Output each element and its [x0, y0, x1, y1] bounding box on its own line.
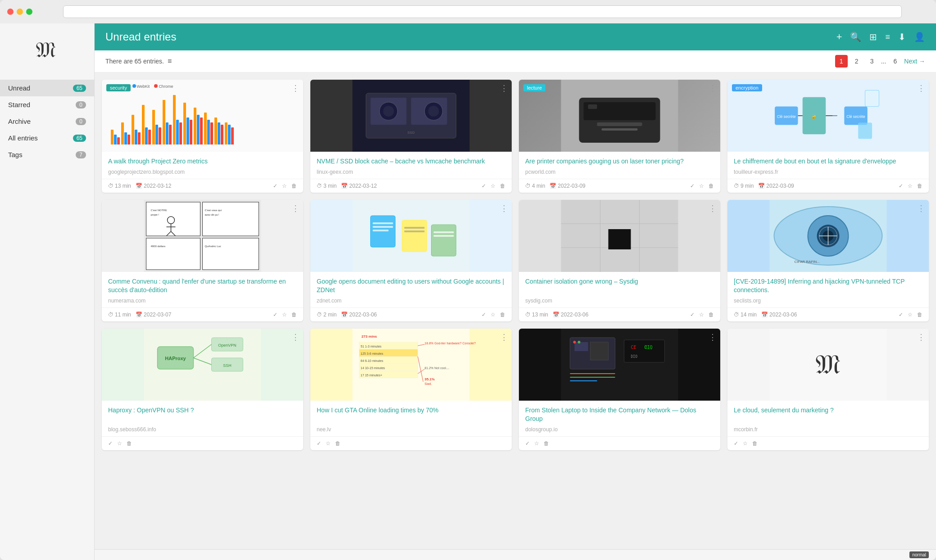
- check-icon-4[interactable]: ✓: [899, 183, 903, 189]
- delete-icon-11[interactable]: 🗑: [544, 440, 549, 447]
- check-icon-10[interactable]: ✓: [317, 440, 321, 447]
- check-icon-3[interactable]: ✓: [690, 183, 695, 189]
- star-icon-9[interactable]: ☆: [117, 440, 122, 447]
- card-image-7: [519, 200, 720, 272]
- card-domain-3: pcworld.com: [525, 169, 714, 175]
- chart-bar: [207, 120, 210, 145]
- card-more-10[interactable]: ⋮: [500, 332, 508, 342]
- card-more-7[interactable]: ⋮: [709, 203, 717, 213]
- card-title-6[interactable]: Google opens document editing to users w…: [317, 277, 505, 295]
- bar-group: [204, 113, 213, 145]
- star-icon-11[interactable]: ☆: [534, 440, 539, 447]
- sidebar-item-all[interactable]: All entries 65: [0, 130, 94, 146]
- star-icon-6[interactable]: ☆: [491, 312, 495, 318]
- card-more-9[interactable]: ⋮: [291, 332, 300, 342]
- delete-icon-6[interactable]: 🗑: [500, 312, 505, 318]
- card-more-3[interactable]: ⋮: [709, 83, 717, 93]
- add-icon[interactable]: +: [836, 31, 842, 43]
- page-3[interactable]: 3: [866, 55, 878, 68]
- filter-icon[interactable]: ≡: [885, 32, 890, 42]
- star-icon-7[interactable]: ☆: [699, 312, 704, 318]
- check-icon-12[interactable]: ✓: [734, 440, 738, 447]
- card-tag-encryption[interactable]: encryption: [732, 84, 762, 91]
- star-icon-5[interactable]: ☆: [282, 312, 287, 318]
- card-title-8[interactable]: [CVE-2019-14899] Inferring and hijacking…: [734, 277, 922, 295]
- delete-icon-10[interactable]: 🗑: [335, 440, 341, 447]
- normal-badge: normal: [909, 551, 929, 558]
- search-icon[interactable]: 🔍: [850, 32, 861, 42]
- star-icon-12[interactable]: ☆: [743, 440, 748, 447]
- download-icon[interactable]: ⬇: [898, 32, 906, 42]
- card-tag-security[interactable]: security: [106, 84, 131, 91]
- card-encryption: encryption Clé secrète 🔐 Clé secrète: [727, 80, 929, 193]
- read-time-5: ⏱ 11 min: [108, 312, 131, 318]
- star-icon-2[interactable]: ☆: [491, 183, 495, 189]
- star-icon-4[interactable]: ☆: [908, 183, 913, 189]
- star-icon-1[interactable]: ☆: [282, 183, 287, 189]
- card-more-6[interactable]: ⋮: [500, 203, 508, 213]
- page-last[interactable]: 6: [889, 55, 901, 68]
- card-title-2[interactable]: NVME / SSD block cache – bcache vs lvmca…: [317, 157, 505, 166]
- card-more-2[interactable]: ⋮: [500, 83, 508, 93]
- delete-icon-2[interactable]: 🗑: [500, 183, 505, 189]
- delete-icon-9[interactable]: 🗑: [127, 440, 132, 447]
- page-1[interactable]: 1: [835, 55, 848, 68]
- card-title-10[interactable]: How I cut GTA Online loading times by 70…: [317, 406, 505, 424]
- sidebar-item-archive[interactable]: Archive 0: [0, 113, 94, 130]
- delete-icon-8[interactable]: 🗑: [917, 312, 922, 318]
- card-more-8[interactable]: ⋮: [917, 203, 925, 213]
- card-more-1[interactable]: ⋮: [291, 83, 300, 93]
- sidebar-item-tags[interactable]: Tags 7: [0, 146, 94, 163]
- close-button[interactable]: [7, 9, 14, 15]
- star-icon-10[interactable]: ☆: [326, 440, 331, 447]
- read-time-4: ⏱ 9 min: [734, 183, 754, 189]
- card-title-5[interactable]: Comme Convenu : quand l'enfer d'une star…: [108, 277, 297, 295]
- list-view-icon[interactable]: ≡: [168, 57, 172, 65]
- grid-icon[interactable]: ⊞: [869, 32, 877, 42]
- check-icon-11[interactable]: ✓: [525, 440, 530, 447]
- user-icon[interactable]: 👤: [914, 32, 925, 42]
- card-more-5[interactable]: ⋮: [291, 203, 300, 213]
- star-icon-3[interactable]: ☆: [699, 183, 704, 189]
- chart-bar: [145, 127, 148, 145]
- check-icon-1[interactable]: ✓: [273, 183, 277, 189]
- card-more-12[interactable]: ⋮: [917, 332, 925, 342]
- check-icon-5[interactable]: ✓: [273, 312, 277, 318]
- minimize-button[interactable]: [17, 9, 23, 15]
- card-more-4[interactable]: ⋮: [917, 83, 925, 93]
- star-icon-8[interactable]: ☆: [908, 312, 913, 318]
- page-2[interactable]: 2: [850, 55, 863, 68]
- card-title-1[interactable]: A walk through Project Zero metrics: [108, 157, 297, 166]
- card-grid: security Firefox WebKit Chrome ⋮ A walk …: [95, 72, 936, 549]
- svg-rect-13: [597, 122, 642, 126]
- bar-group: [152, 110, 161, 145]
- check-icon-2[interactable]: ✓: [482, 183, 486, 189]
- check-icon-8[interactable]: ✓: [899, 312, 903, 318]
- check-icon-6[interactable]: ✓: [482, 312, 486, 318]
- delete-icon-3[interactable]: 🗑: [709, 183, 714, 189]
- maximize-button[interactable]: [26, 9, 32, 15]
- card-title-11[interactable]: From Stolen Laptop to Inside the Company…: [525, 406, 714, 424]
- card-title-3[interactable]: Are printer companies gouging us on lase…: [525, 157, 714, 166]
- card-domain-9: blog.seboss666.info: [108, 426, 297, 433]
- card-title-12[interactable]: Le cloud, seulement du marketing ?: [734, 406, 922, 424]
- card-title-4[interactable]: Le chiffrement de bout en bout et la sig…: [734, 157, 922, 166]
- address-bar[interactable]: [63, 5, 902, 18]
- card-title-9[interactable]: Haproxy : OpenVPN ou SSH ?: [108, 406, 297, 424]
- check-icon-9[interactable]: ✓: [108, 440, 113, 447]
- card-cve: CIFAR RAFIN... ⋮ [CVE-2019-14899] Inferr…: [727, 200, 929, 321]
- delete-icon-5[interactable]: 🗑: [291, 312, 297, 318]
- svg-point-105: [578, 341, 581, 343]
- delete-icon-7[interactable]: 🗑: [709, 312, 714, 318]
- next-page-button[interactable]: Next →: [904, 58, 925, 65]
- card-more-11[interactable]: ⋮: [709, 332, 717, 342]
- check-icon-7[interactable]: ✓: [690, 312, 695, 318]
- delete-icon-12[interactable]: 🗑: [752, 440, 758, 447]
- card-tag-lecture[interactable]: lecture: [523, 84, 545, 91]
- delete-icon-4[interactable]: 🗑: [917, 183, 922, 189]
- card-title-7[interactable]: Container isolation gone wrong – Sysdig: [525, 277, 714, 295]
- sidebar-item-unread[interactable]: Unread 65: [0, 80, 94, 96]
- sidebar-item-starred[interactable]: Starred 0: [0, 96, 94, 113]
- delete-icon-1[interactable]: 🗑: [291, 183, 297, 189]
- chart-bar: [124, 132, 127, 145]
